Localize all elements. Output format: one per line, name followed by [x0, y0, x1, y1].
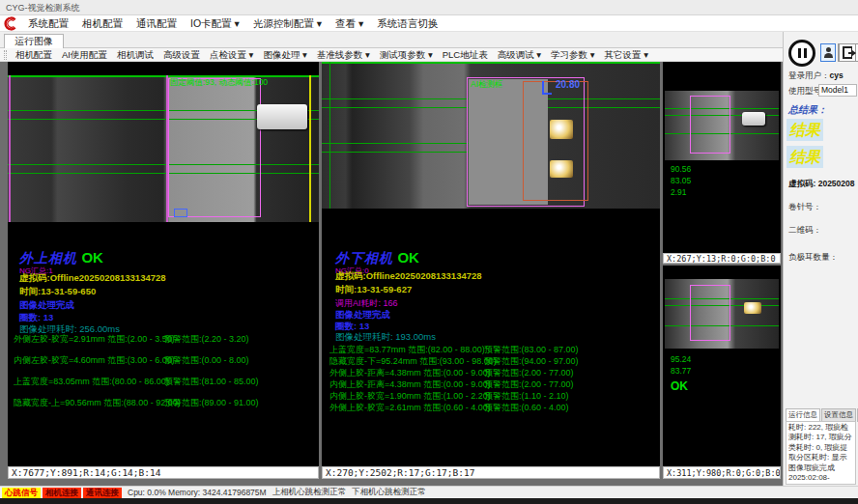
- menu-light-config[interactable]: 光源控制配置 ▾: [246, 15, 329, 31]
- measure-line: [8, 164, 319, 165]
- operator-login-button[interactable]: [820, 43, 836, 62]
- camera-connection-badge: 相机连接: [43, 488, 81, 498]
- camera-view-upper[interactable]: 固定阈值:93, 动态阈值:100 外上相机 OK NG汇总:1 虚拟码:Off…: [8, 62, 319, 466]
- app-logo-icon: [3, 16, 17, 31]
- virtual-code-row: 虚拟码: 20250208: [788, 179, 855, 190]
- result-box-lower: 结果: [786, 146, 823, 168]
- tool-test-params[interactable]: 测试项参数 ▾: [375, 48, 438, 61]
- tab-connector: [744, 302, 761, 314]
- menu-camera-config[interactable]: 相机配置: [75, 15, 129, 31]
- logout-button[interactable]: [839, 43, 856, 62]
- heartbeat-status-badge: 心跳信号: [2, 488, 41, 498]
- menu-io-config[interactable]: IO卡配置 ▾: [184, 15, 246, 31]
- application-window: CYG-视觉检测系统 系统配置 相机配置 通讯配置 IO卡配置 ▾ 光源控制配置…: [0, 0, 858, 504]
- lower-camera-heartbeat-status: 下相机心跳检测正常: [352, 487, 426, 498]
- roi-box: [168, 78, 261, 217]
- measure-line: [8, 173, 319, 174]
- login-user-label: 登录用户：: [788, 70, 830, 80]
- login-user-row: 登录用户：cys: [788, 70, 844, 82]
- menu-language-switch[interactable]: 系统语言切换: [370, 15, 444, 31]
- preview-overlay-line: 95.24: [671, 354, 691, 364]
- measurement-row: 外侧上胶-距离=4.38mm 范围:(0.00 - 9.00) 预警范围:(2.…: [322, 367, 660, 378]
- login-user-value: cys: [830, 70, 844, 80]
- toolbar-grip: [4, 50, 7, 60]
- measurement-row: 隐藏宽度-上=90.56mm 范围:(88.00 - 92.00) 预警范围:(…: [8, 397, 319, 408]
- logout-door-icon: [843, 46, 852, 59]
- camera-image-lower: AI检测框 20.80: [322, 62, 660, 209]
- detect-box: [174, 209, 187, 217]
- reel-number-label: 卷针号：: [788, 202, 821, 213]
- info-tab-settings[interactable]: 设置信息: [821, 408, 856, 422]
- roi-box: [690, 96, 730, 154]
- tool-camera-debug[interactable]: 相机调试: [112, 48, 158, 61]
- tool-plc-address[interactable]: PLC地址表: [438, 48, 493, 61]
- preview-image-bottom: [665, 279, 779, 349]
- camera-result-ok: OK: [397, 249, 419, 266]
- measurement-warn: 预警范围:(0.60 - 4.00): [484, 402, 569, 414]
- info-tab-run[interactable]: 运行信息: [786, 408, 820, 422]
- measurement-warn: 预警范围:(0.00 - 8.00): [164, 354, 249, 367]
- measurement-text: 内侧左胶-胶宽=4.60mm 范围:(3.00 - 6.00): [14, 354, 175, 367]
- measurement-row: 上盖宽度=83.05mm 范围:(80.00 - 86.00) 预警范围:(81…: [8, 376, 319, 387]
- side-panel: 登录用户：cys 使用型号： Model1 总结果： 结果 结果 虚拟码: 20…: [783, 32, 858, 486]
- preview-view-top[interactable]: 90.56 83.05 2.91: [663, 62, 781, 253]
- window-footer: [0, 498, 858, 504]
- tool-advanced-settings[interactable]: 高级设置: [158, 48, 205, 61]
- roi-line: [9, 75, 11, 222]
- menu-view[interactable]: 查看 ▾: [329, 15, 370, 31]
- tool-camera-config[interactable]: 相机配置: [11, 48, 57, 61]
- measurement-text: 上盖宽度=83.05mm 范围:(80.00 - 86.00): [14, 376, 169, 388]
- preview-overlay-line: 90.56: [671, 164, 691, 174]
- result-box-upper: 结果: [786, 119, 823, 141]
- tool-baseline-params[interactable]: 基准线参数 ▾: [312, 48, 375, 61]
- barcode-line: 虚拟码:Offline20250208133134728: [19, 272, 166, 285]
- toolbar: 相机配置 AI使用配置 相机调试 高级设置 点检设置 ▾ 图像处理 ▾ 基准线参…: [0, 48, 783, 62]
- measurement-text: 隐藏宽度-上=90.56mm 范围:(88.00 - 92.00): [14, 397, 181, 409]
- baseline: [309, 75, 311, 222]
- tool-learn-params[interactable]: 学习参数 ▾: [546, 48, 599, 61]
- tab-connector: [550, 160, 573, 178]
- pause-icon: [798, 48, 801, 58]
- process-done-line: 图像处理完成: [19, 299, 74, 312]
- tool-image-process[interactable]: 图像处理 ▾: [258, 48, 311, 61]
- cpu-memory-status: Cpu: 0.0% Memory: 3424.41796875M: [128, 488, 267, 497]
- pause-button[interactable]: [788, 40, 815, 67]
- preview-overlay-line: 83.77: [671, 366, 691, 376]
- run-log-area[interactable]: 耗时: 222, 瑕疵检测耗时: 17, 瑕疵分类耗时: 0, 瑕疵提取分区耗时…: [786, 421, 856, 485]
- tab-connector: [257, 104, 307, 129]
- preview-view-bottom[interactable]: 95.24 83.77 OK: [663, 266, 781, 466]
- threshold-overlay-label: 固定阈值:93, 动态阈值:100: [170, 77, 268, 89]
- coords-preview-top: X:267;Y:13;R:0;G:0;B:0: [663, 253, 781, 264]
- measure-vline: [329, 62, 330, 209]
- window-titlebar: CYG-视觉检测系统: [0, 0, 858, 15]
- ai-value: 20.80: [556, 79, 580, 90]
- measurement-row: 内侧上胶-距离=4.38mm 范围:(0.00 - 9.00) 预警范围:(2.…: [322, 378, 660, 390]
- tab-count-label: 负极耳数量：: [788, 252, 838, 264]
- tab-run-image[interactable]: 运行图像: [4, 34, 64, 48]
- person-icon: [824, 47, 833, 58]
- measurement-warn: 预警范围:(89.00 - 91.00): [164, 397, 259, 409]
- measurement-warn: 预警范围:(2.20 - 3.20): [164, 333, 249, 346]
- window-title: CYG-视觉检测系统: [6, 3, 80, 13]
- roi-box: [690, 285, 730, 341]
- model-value-field[interactable]: Model1: [818, 84, 857, 97]
- preview-overlay-line: 2.91: [671, 187, 687, 197]
- menu-system-config[interactable]: 系统配置: [21, 15, 75, 31]
- tool-other-settings[interactable]: 其它设置 ▾: [600, 48, 653, 61]
- edge-line: [322, 62, 660, 64]
- info-tab-bar: 运行信息 设置信息 相机信息: [786, 408, 858, 422]
- menu-comm-config[interactable]: 通讯配置: [129, 15, 184, 31]
- camera-name-label: 外上相机: [19, 250, 77, 266]
- tool-ai-config[interactable]: AI使用配置: [57, 48, 112, 61]
- tool-advanced-debug[interactable]: 高级调试 ▾: [493, 48, 546, 61]
- measurement-row: 外侧左胶-胶宽=2.91mm 范围:(2.00 - 3.50) 预警范围:(2.…: [8, 333, 319, 345]
- camera-name-label: 外下相机: [335, 250, 393, 266]
- detect-region-box: [523, 81, 588, 201]
- tool-spot-check[interactable]: 点检设置 ▾: [205, 48, 258, 61]
- qr-code-label: 二维码：: [788, 225, 821, 237]
- measurement-row: 内侧上胶-胶宽=1.90mm 范围:(1.00 - 2.20) 预警范围:(1.…: [322, 390, 660, 402]
- tab-strip: 运行图像: [0, 32, 783, 48]
- camera-view-lower[interactable]: AI检测框 20.80 外下相机 OK NG汇总:0 虚拟码:Offline20…: [322, 62, 660, 466]
- camera-image-upper: 固定阈值:93, 动态阈值:100: [8, 75, 319, 222]
- status-bar: 心跳信号 相机连接 通讯连接 Cpu: 0.0% Memory: 3424.41…: [0, 486, 858, 498]
